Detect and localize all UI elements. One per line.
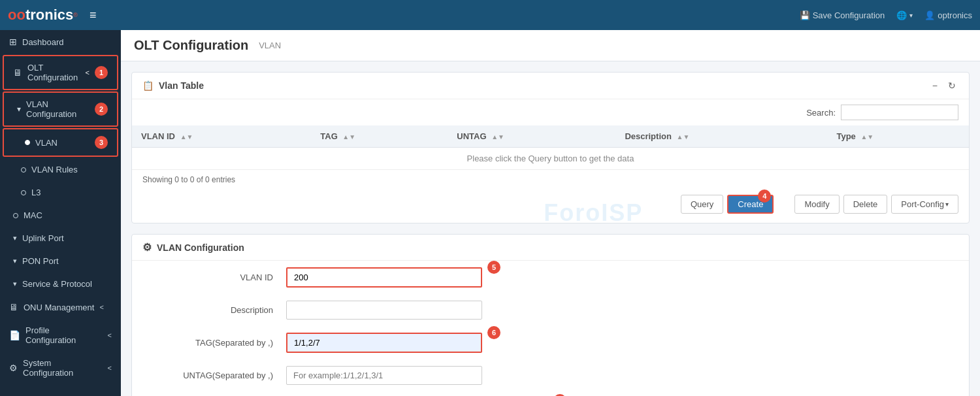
olt-config-chevron: <	[86, 69, 90, 76]
logo: ootronics®	[8, 7, 78, 24]
sidebar-item-l3[interactable]: L3	[0, 181, 121, 204]
sidebar-label-uplink-port: Uplink Port	[22, 233, 112, 243]
navbar-left: ootronics® ≡	[8, 6, 99, 25]
username-label: optronics	[938, 10, 972, 20]
refresh-button[interactable]: ↻	[945, 79, 958, 92]
delete-button[interactable]: Delete	[843, 195, 888, 214]
table-toolbar: Search:	[132, 99, 969, 125]
tag-input[interactable]	[286, 333, 482, 353]
untag-input[interactable]	[286, 366, 482, 385]
sidebar-item-vlan-config[interactable]: ▾ VLAN Configuration 2	[3, 91, 118, 127]
vlan-form-title: VLAN Configuration	[157, 242, 244, 253]
grid-icon: ⊞	[9, 37, 17, 47]
sidebar-label-profile-config: Profile Configuration	[25, 325, 103, 345]
modify-button[interactable]: Modify	[794, 195, 839, 214]
badge-1: 1	[95, 66, 108, 79]
sidebar-item-vlan-rules[interactable]: VLAN Rules	[0, 158, 121, 181]
sidebar-label-l3: L3	[31, 188, 112, 197]
col-vlan-id: VLAN ID ▲▼	[132, 125, 311, 148]
vlan-config-form-card: ⚙ VLAN Configuration VLAN ID 5 Descripti…	[131, 234, 970, 396]
logo-tronics: tronics	[25, 7, 73, 24]
badge-6: 6	[487, 326, 500, 339]
chevron-icon-pon: ▾	[13, 257, 17, 265]
onu-chevron: <	[99, 303, 103, 311]
chevron-down-icon: ▾	[17, 105, 21, 114]
sidebar: ⊞ Dashboard 🖥 OLT Configuration < 1 ▾ VL…	[0, 30, 121, 396]
untag-group: UNTAG(Separated by ,)	[132, 359, 969, 391]
sidebar-label-olt-config: OLT Configuration	[27, 63, 80, 82]
card-header-left: 📋 Vlan Table	[142, 80, 204, 91]
vlan-table-card: 📋 Vlan Table − ↻ Search: VLAN ID ▲▼ T	[131, 72, 970, 223]
navbar-right: 💾 Save Configuration 🌐 ▾ 👤 optronics	[800, 10, 972, 20]
file-icon: 📄	[9, 330, 20, 340]
query-button[interactable]: Query	[681, 195, 723, 214]
sidebar-label-onu-management: ONU Management	[24, 303, 94, 312]
description-label: Description	[142, 305, 286, 315]
content-area: OLT Configuration VLAN ForoISP 📋 Vlan Ta…	[121, 30, 980, 396]
vlan-id-group: VLAN ID 5	[132, 261, 969, 294]
tag-group: TAG(Separated by ,) 6	[132, 326, 969, 359]
settings-form-icon: ⚙	[142, 241, 152, 254]
settings-icon: ⚙	[9, 363, 18, 373]
chevron-down-icon: ▾	[909, 12, 913, 19]
card-header-right: − ↻	[930, 79, 958, 92]
sidebar-item-service-protocol[interactable]: ▾ Service & Protocol	[0, 272, 121, 295]
showing-entries: Showing 0 to 0 of 0 entries	[132, 170, 969, 190]
minimize-button[interactable]: −	[930, 79, 940, 92]
user-menu[interactable]: 👤 optronics	[924, 10, 972, 20]
save-config-label: Save Configuration	[813, 10, 885, 20]
search-input[interactable]	[841, 105, 958, 120]
col-type: Type ▲▼	[827, 125, 969, 148]
sidebar-item-onu-management[interactable]: 🖥 ONU Management <	[0, 295, 121, 319]
untag-label: UNTAG(Separated by ,)	[142, 371, 286, 380]
sidebar-label-service-protocol: Service & Protocol	[22, 279, 112, 289]
monitor-icon-onu: 🖥	[9, 302, 18, 312]
sidebar-item-uplink-port[interactable]: ▾ Uplink Port	[0, 227, 121, 250]
sidebar-item-dashboard[interactable]: ⊞ Dashboard	[0, 30, 121, 54]
col-tag: TAG ▲▼	[311, 125, 448, 148]
dot-icon-mac	[13, 213, 18, 218]
sidebar-label-system-config: System Configuration	[23, 358, 103, 378]
main-layout: ⊞ Dashboard 🖥 OLT Configuration < 1 ▾ VL…	[0, 30, 980, 396]
sidebar-item-system-config[interactable]: ⚙ System Configuration <	[0, 352, 121, 384]
sidebar-label-vlan-rules: VLAN Rules	[31, 165, 112, 174]
badge-3: 3	[95, 136, 108, 149]
port-config-button[interactable]: Port-Config ▾	[891, 195, 958, 214]
form-buttons: Submit 7 Cancel	[132, 391, 969, 396]
table-icon: 📋	[142, 80, 154, 91]
sidebar-label-mac: MAC	[24, 210, 112, 220]
page-subtitle: VLAN	[259, 41, 281, 50]
dot-icon-vlan-rules	[21, 167, 26, 173]
dropdown-arrow-icon: ▾	[945, 201, 949, 208]
system-chevron: <	[108, 364, 112, 372]
empty-message: Please click the Query button to get the…	[132, 148, 969, 170]
monitor-icon: 🖥	[13, 67, 22, 78]
empty-message-row: Please click the Query button to get the…	[132, 148, 969, 170]
table-body: Please click the Query button to get the…	[132, 148, 969, 170]
sidebar-item-pon-port[interactable]: ▾ PON Port	[0, 250, 121, 272]
sidebar-item-vlan[interactable]: VLAN 3	[3, 128, 118, 157]
description-input[interactable]	[286, 301, 482, 320]
language-selector[interactable]: 🌐 ▾	[896, 10, 913, 20]
page-title: OLT Configuration	[134, 38, 248, 53]
save-config-button[interactable]: 💾 Save Configuration	[800, 10, 885, 20]
navbar: ootronics® ≡ 💾 Save Configuration 🌐 ▾ 👤 …	[0, 0, 980, 30]
port-config-label: Port-Config	[901, 199, 944, 209]
sidebar-item-profile-config[interactable]: 📄 Profile Configuration <	[0, 319, 121, 352]
sidebar-item-olt-config[interactable]: 🖥 OLT Configuration < 1	[3, 55, 118, 90]
sidebar-label-dashboard: Dashboard	[22, 37, 64, 47]
chevron-icon-service: ▾	[13, 280, 17, 288]
logo-dot: ®	[73, 12, 78, 18]
col-description: Description ▲▼	[615, 125, 827, 148]
sidebar-label-pon-port: PON Port	[22, 256, 112, 266]
vlan-id-input[interactable]	[286, 267, 482, 288]
hamburger-menu[interactable]: ≡	[87, 6, 99, 25]
user-icon: 👤	[924, 10, 935, 20]
sidebar-label-vlan: VLAN	[35, 138, 90, 148]
vlan-table: VLAN ID ▲▼ TAG ▲▼ UNTAG ▲▼ Description ▲…	[132, 125, 969, 170]
sidebar-item-mac[interactable]: MAC	[0, 204, 121, 227]
description-group: Description	[132, 294, 969, 326]
tag-label: TAG(Separated by ,)	[142, 338, 286, 348]
save-icon: 💾	[800, 10, 810, 20]
vlan-table-header: 📋 Vlan Table − ↻	[132, 73, 969, 99]
